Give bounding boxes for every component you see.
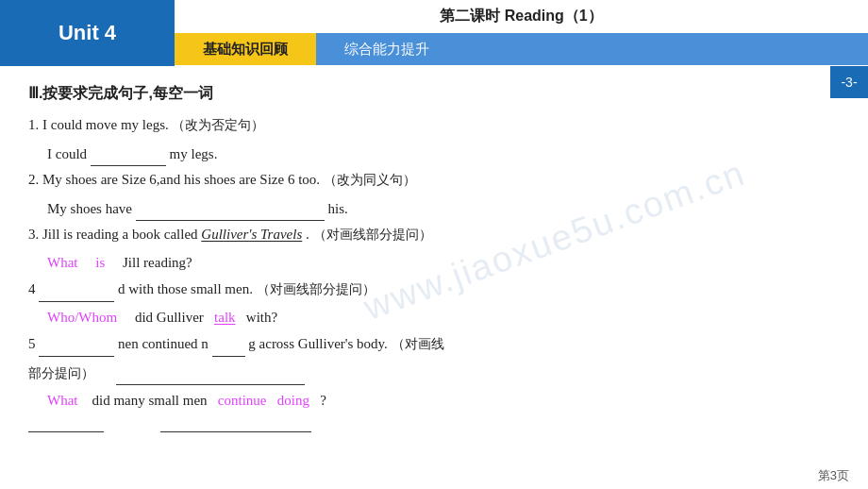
- exercise-5-cont: 部分提问）: [28, 361, 840, 386]
- ex1-text: I could move my legs.: [42, 117, 169, 132]
- ex5-spacing2: [210, 393, 214, 408]
- ex4-did: did Gulliver: [135, 310, 204, 325]
- ex5-text-end: g across Gulliver's body.: [248, 336, 388, 351]
- bottom-blanks: [28, 417, 840, 432]
- ex5-doing: doing: [277, 393, 309, 408]
- ex5-number: 5: [28, 336, 36, 351]
- unit-badge: Unit 4: [0, 0, 175, 66]
- ex5-q: ?: [320, 393, 326, 408]
- bottom-blank-1[interactable]: [28, 417, 104, 432]
- exercise-2: 2. My shoes are Size 6,and his shoes are…: [28, 168, 840, 193]
- exercise-5: 5 nen continued n g across Gulliver's bo…: [28, 331, 840, 357]
- ex5-spacing3: [270, 393, 274, 408]
- ex5-blank1[interactable]: [39, 331, 114, 357]
- exercise-3: 3. Jill is reading a book called Gullive…: [28, 223, 840, 247]
- ex5-blank2[interactable]: [212, 331, 245, 357]
- bottom-blank-2[interactable]: [160, 417, 311, 432]
- ex3-is: is: [95, 255, 105, 270]
- ex5-note2: 部分提问）: [28, 365, 94, 380]
- tab-basics[interactable]: 基础知识回顾: [175, 33, 316, 65]
- ex4-talk: talk: [214, 310, 236, 325]
- ex4-spacing2: [208, 310, 211, 325]
- exercise-4: 4 d with those small men. （对画线部分提问）: [28, 277, 840, 302]
- ex5-answer: What did many small men continue doing ?: [47, 389, 840, 413]
- ex4-with: with?: [246, 310, 277, 325]
- ex5-spacing1: [81, 393, 89, 408]
- ex2-blank[interactable]: [136, 196, 325, 222]
- bottom-page-label: 第3页: [818, 467, 849, 484]
- ex1-ans-suffix: my legs.: [170, 146, 218, 161]
- ex1-note: （改为否定句）: [172, 117, 264, 132]
- ex3-italic: Gulliver's Travels: [201, 227, 302, 242]
- ex1-number: 1.: [28, 117, 39, 132]
- ex1-answer: I could my legs.: [47, 142, 840, 167]
- ex4-number: 4: [28, 281, 36, 296]
- ex5-continue: continue: [218, 393, 267, 408]
- ex2-number: 2.: [28, 172, 39, 187]
- ex4-spacing1: [121, 310, 131, 325]
- ex2-answer: My shoes have his.: [47, 196, 840, 222]
- ex2-text: My shoes are Size 6,and his shoes are Si…: [42, 172, 320, 187]
- ex4-answer: Who/Whom did Gulliver talk with?: [47, 306, 840, 330]
- header-title: 第二课时 Reading（1）: [175, 0, 868, 33]
- ex5-blank3[interactable]: [116, 361, 305, 386]
- ex3-note: （对画线部分提问）: [313, 227, 432, 242]
- ex4-spacing3: [239, 310, 242, 325]
- tab-comprehensive[interactable]: 综合能力提升: [316, 33, 458, 65]
- ex3-number: 3.: [28, 227, 39, 242]
- ex2-ans-suffix: his.: [328, 201, 348, 216]
- ex2-ans-prefix: My shoes have: [47, 201, 136, 216]
- section-title: Ⅲ.按要求完成句子,每空一词: [28, 80, 840, 106]
- content-area: Ⅲ.按要求完成句子,每空一词 1. I could move my legs. …: [0, 66, 868, 465]
- ex5-spacing4: [313, 393, 317, 408]
- ex4-blank[interactable]: [39, 277, 114, 302]
- ex2-note: （改为同义句）: [324, 172, 416, 187]
- ex4-who: Who/Whom: [47, 310, 117, 325]
- exercise-1: 1. I could move my legs. （改为否定句）: [28, 113, 840, 138]
- tab-bar: 基础知识回顾 综合能力提升 -3-: [175, 33, 868, 65]
- ex4-text: d with those small men.: [118, 281, 253, 296]
- ex5-did: did many small men: [92, 393, 207, 408]
- ex1-blank[interactable]: [91, 142, 166, 167]
- ex4-note: （对画线部分提问）: [257, 281, 376, 296]
- ex3-spacing1: [81, 255, 92, 270]
- ex3-rest: Jill reading?: [123, 255, 192, 270]
- ex5-spacing: [98, 365, 112, 380]
- ex3-text-before: Jill is reading a book called: [42, 227, 201, 242]
- ex5-what: What: [47, 393, 77, 408]
- ex1-ans-prefix: I could: [47, 146, 91, 161]
- ex3-text-after: .: [306, 227, 309, 242]
- ex3-what: What: [47, 255, 77, 270]
- ex5-note: （对画线: [392, 336, 444, 351]
- ex3-spacing2: [108, 255, 119, 270]
- ex3-answer: What is Jill reading?: [47, 251, 840, 276]
- ex5-text-mid: nen continued n: [118, 336, 209, 351]
